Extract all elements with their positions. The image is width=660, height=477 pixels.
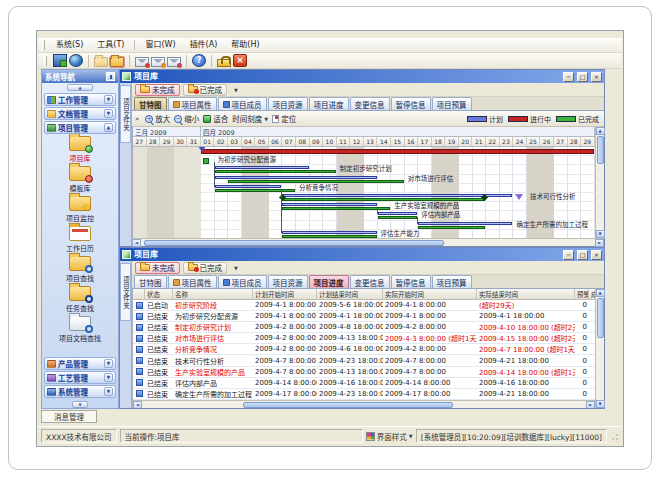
minimize-icon[interactable]: ─ [563,250,574,260]
exit-icon[interactable] [233,54,247,67]
gantt-hscroll-thumb[interactable] [144,240,444,246]
gantt-bar[interactable] [282,231,376,234]
gantt-bar[interactable] [215,176,377,179]
tab-resources[interactable]: 项目资源 [268,97,308,110]
table-row[interactable]: 已结束技术可行性分析2009-4-7 8:00:002009-4-23 18:0… [133,355,595,366]
gantt-bar[interactable] [228,180,404,183]
desktop-icon[interactable] [53,54,67,67]
menu-item-help[interactable]: 帮助(H) [224,38,266,52]
table-row[interactable]: 已结束为初步研究分配资源2009-4-1 8:00:002009-4-1 18:… [133,311,595,322]
tab-attributes[interactable]: 项目属性 [168,275,217,288]
table-row[interactable]: 已结束确定生产所需的加工过程2009-4-17 8:00:002009-4-23… [133,389,595,400]
gantt-bar[interactable] [282,198,485,201]
tab-budget[interactable]: 项目预算 [432,97,472,110]
time-scale-button[interactable]: 时间刻度▼ [232,113,268,124]
gantt-bar[interactable] [215,166,309,169]
sidebar-group-projects[interactable]: 项目管理▲ [44,121,116,134]
tab-gantt[interactable]: 甘特图 [134,97,167,110]
tab-changes[interactable]: 变更信息 [350,275,390,288]
column-header-2[interactable]: 计划开始时间 [253,289,317,299]
minimize-icon[interactable]: ─ [563,72,574,82]
gantt-bar[interactable] [418,222,512,225]
column-header-6[interactable]: 预警 [575,289,589,299]
chevron-down-icon[interactable]: ▼ [104,373,113,382]
folder-icon[interactable] [94,57,108,67]
tab-budget[interactable]: 项目预算 [432,275,472,288]
tab-progress[interactable]: 项目进度 [309,97,349,110]
gantt-bar[interactable] [201,149,594,154]
sidebar-group-work[interactable]: 工作管理▼ [44,93,116,106]
tab-progress[interactable]: 项目进度 [309,275,349,288]
table-hscrollbar[interactable]: ◄ ► [133,400,595,408]
sidebar-item-project-search[interactable]: 项目查找 [66,256,94,283]
web-icon[interactable] [69,54,83,67]
sidebar-group-products[interactable]: 产品管理▼ [44,357,116,370]
scroll-left-icon[interactable]: ◄ [133,401,142,409]
sidebar-group-craft[interactable]: 工艺管理▼ [44,371,116,384]
tab-gantt[interactable]: 甘特图 [134,275,167,288]
tab-pauses[interactable]: 暂停信息 [391,97,431,110]
gantt-vscrollbar[interactable]: ▲ ▼ [595,127,604,238]
milestone-marker[interactable] [203,158,209,164]
chevron-down-icon[interactable]: ▼ [104,359,113,368]
scroll-down-icon[interactable]: ▼ [596,230,605,238]
menu-item-tools[interactable]: 工具(T) [90,38,131,52]
close-icon[interactable]: × [591,72,602,82]
gantt-hscrollbar[interactable]: ◄ ► [132,238,604,246]
locate-button[interactable]: 定位 [272,113,296,124]
sidebar-group-system-admin[interactable]: 系统管理▼ [44,385,116,398]
zoom-out-button[interactable]: −缩小 [174,113,199,124]
filter-unfinished-button[interactable]: 未完成 [135,262,180,274]
tab-message-management[interactable]: 消息管理 [41,410,97,423]
menu-item-plugins[interactable]: 插件(A) [183,38,225,52]
gantt-bar[interactable] [215,189,296,192]
message-icon-1[interactable] [135,57,149,67]
collapse-up-icon[interactable]: ▲ [67,84,93,91]
column-header-3[interactable]: 计划结束时间 [317,289,383,299]
table-hscroll-thumb[interactable] [243,402,453,408]
gantt-bar[interactable] [282,207,390,210]
tab-attributes[interactable]: 项目属性 [168,97,217,110]
table-vscrollbar[interactable]: ▲ ▼ [595,289,604,408]
scroll-down-icon[interactable]: ▼ [596,400,605,408]
sidebar-item-project-doc-search[interactable]: 项目文档查找 [59,316,101,343]
table-row[interactable]: 已结束评估内部产品2009-4-14 8:00:002009-4-16 18:0… [133,378,595,389]
table-row[interactable]: 已结束分析竞争情况2009-4-2 8:00:002009-4-6 18:00:… [133,344,595,355]
open-folder-icon[interactable] [110,57,124,67]
gantt-bar[interactable] [378,216,418,219]
chevron-down-icon[interactable]: ▼ [234,87,238,93]
gantt-panel-titlebar[interactable]: 项目库 ─ □ × [120,70,604,83]
gantt-bar[interactable] [215,185,282,188]
gantt-folder-tab[interactable]: 项目文件夹 [120,85,131,143]
tab-members[interactable]: 项目成员 [218,97,267,110]
scroll-left-icon[interactable]: ◄ [132,239,141,247]
table-row[interactable]: 已结束生产实验室规模的产品2009-4-7 8:00:002009-4-13 1… [133,367,595,378]
table-row[interactable]: 已启动初步研究阶段2009-4-1 8:00:002009-5-6 18:00:… [133,300,595,311]
table-row[interactable]: 已结束对市场进行评估2009-4-2 8:00:002009-4-13 18:0… [133,333,595,344]
sidebar-item-project-monitor[interactable]: ★项目监控 [66,196,94,223]
tab-members[interactable]: 项目成员 [218,275,267,288]
message-icon-2[interactable] [151,57,165,67]
tab-resources[interactable]: 项目资源 [268,275,308,288]
sidebar-item-work-calendar[interactable]: 工作日历 [66,226,94,253]
toolbar-grip[interactable] [44,56,47,66]
column-header-4[interactable]: 实际开始时间 [383,289,477,299]
menu-item-system[interactable]: 系统(S) [49,38,90,52]
filter-finished-button[interactable]: 已完成 [183,84,228,96]
table-vscroll-thumb[interactable] [597,298,604,338]
gantt-bar[interactable] [215,170,336,173]
zoom-in-button[interactable]: +放大 [145,113,170,124]
sidebar-group-documents[interactable]: 文档管理▼ [44,107,116,120]
message-icon-3[interactable] [167,57,181,67]
scroll-up-icon[interactable]: ▲ [596,289,605,297]
sidebar-item-template-library[interactable]: 模板库 [69,166,91,193]
chevron-down-icon[interactable]: ▼ [104,109,113,118]
chevron-down-icon[interactable]: ▼ [234,265,238,271]
tab-changes[interactable]: 变更信息 [350,97,390,110]
lock-icon[interactable] [217,59,231,67]
pin-icon[interactable] [106,72,115,81]
interface-style-button[interactable]: 界面样式 ▼ [366,431,413,442]
filter-unfinished-button[interactable]: 未完成 [135,84,180,96]
column-header-0[interactable]: 状态 [145,289,173,299]
filter-finished-button[interactable]: 已完成 [183,262,228,274]
